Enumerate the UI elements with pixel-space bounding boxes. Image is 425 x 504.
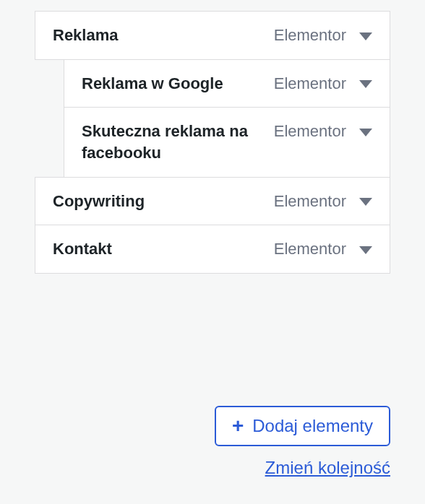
menu-item-reklama[interactable]: ReklamaElementor <box>35 11 390 60</box>
chevron-down-icon[interactable] <box>359 246 372 254</box>
menu-item-title: Reklama <box>53 25 274 46</box>
menu-actions: + Dodaj elementy Zmień kolejność <box>215 406 390 478</box>
menu-item-title: Copywriting <box>53 191 274 212</box>
menu-item-copywriting[interactable]: CopywritingElementor <box>35 177 390 226</box>
reorder-link[interactable]: Zmień kolejność <box>265 458 390 478</box>
menu-item-title: Kontakt <box>53 238 274 260</box>
menu-item-meta: Elementor <box>274 25 372 45</box>
menu-item-title: Reklama w Google <box>82 73 274 95</box>
menu-item-meta: Elementor <box>274 238 372 258</box>
menu-item-reklama-w-google[interactable]: Reklama w GoogleElementor <box>64 59 390 108</box>
menu-item-meta: Elementor <box>274 73 372 93</box>
menu-items-list: ReklamaElementorReklama w GoogleElemento… <box>35 11 390 274</box>
add-items-button[interactable]: + Dodaj elementy <box>215 406 390 446</box>
menu-item-meta: Elementor <box>274 191 372 211</box>
menu-item-kontakt[interactable]: KontaktElementor <box>35 225 390 274</box>
plus-icon: + <box>232 416 244 436</box>
menu-item-type: Elementor <box>274 122 346 141</box>
chevron-down-icon[interactable] <box>359 80 372 88</box>
chevron-down-icon[interactable] <box>359 198 372 206</box>
menu-item-type: Elementor <box>274 74 346 93</box>
chevron-down-icon[interactable] <box>359 129 372 136</box>
menu-item-meta: Elementor <box>274 121 372 141</box>
chevron-down-icon[interactable] <box>359 32 372 40</box>
menu-item-skuteczna-reklama-na-facebooku[interactable]: Skuteczna reklama na facebookuElementor <box>64 107 390 177</box>
add-items-label: Dodaj elementy <box>252 416 373 436</box>
menu-item-type: Elementor <box>274 192 346 211</box>
menu-item-type: Elementor <box>274 240 346 258</box>
menu-item-type: Elementor <box>274 26 346 45</box>
menu-item-title: Skuteczna reklama na facebooku <box>82 121 274 163</box>
